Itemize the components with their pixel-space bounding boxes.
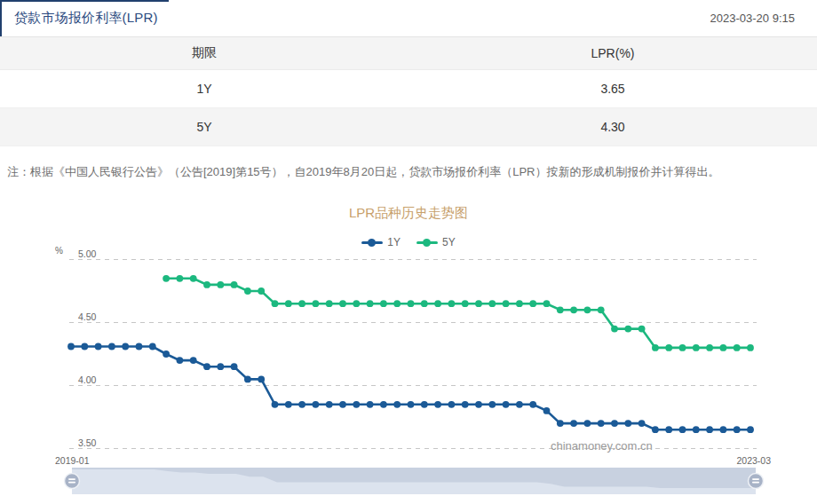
data-point[interactable] — [475, 300, 482, 307]
data-point[interactable] — [706, 426, 713, 433]
data-point[interactable] — [298, 300, 305, 307]
data-point[interactable] — [516, 401, 523, 408]
data-point[interactable] — [488, 300, 496, 307]
data-point[interactable] — [516, 300, 523, 307]
data-point[interactable] — [679, 426, 686, 433]
data-point[interactable] — [665, 426, 672, 433]
data-point[interactable] — [380, 401, 387, 408]
data-point[interactable] — [190, 275, 197, 282]
data-point[interactable] — [611, 326, 618, 333]
data-point[interactable] — [734, 426, 741, 433]
data-point[interactable] — [652, 426, 659, 433]
data-point[interactable] — [598, 420, 605, 427]
data-point[interactable] — [462, 300, 469, 307]
data-point[interactable] — [734, 344, 741, 351]
data-point[interactable] — [570, 306, 577, 313]
data-point[interactable] — [339, 300, 346, 307]
data-point[interactable] — [503, 401, 510, 408]
data-point[interactable] — [584, 306, 591, 313]
data-point[interactable] — [693, 426, 700, 433]
data-point[interactable] — [475, 401, 482, 408]
data-point[interactable] — [557, 420, 564, 427]
data-point[interactable] — [393, 300, 401, 307]
data-point[interactable] — [720, 344, 727, 351]
data-point[interactable] — [136, 343, 143, 350]
data-point[interactable] — [488, 401, 496, 408]
data-point[interactable] — [122, 343, 129, 350]
data-point[interactable] — [177, 357, 184, 364]
data-point[interactable] — [326, 300, 333, 307]
svg-text:2023-03: 2023-03 — [736, 455, 771, 466]
data-point[interactable] — [190, 357, 197, 364]
data-point[interactable] — [421, 300, 428, 307]
data-point[interactable] — [408, 300, 415, 307]
data-point[interactable] — [231, 363, 238, 370]
data-point[interactable] — [652, 344, 659, 351]
data-point[interactable] — [624, 420, 631, 427]
handle-grip-icon[interactable] — [749, 474, 764, 489]
data-point[interactable] — [272, 401, 279, 408]
data-point[interactable] — [203, 281, 210, 288]
data-point[interactable] — [393, 401, 401, 408]
data-point[interactable] — [639, 326, 646, 333]
data-point[interactable] — [272, 300, 279, 307]
data-point[interactable] — [747, 426, 754, 433]
data-point[interactable] — [570, 420, 577, 427]
data-point[interactable] — [353, 401, 360, 408]
data-point[interactable] — [285, 401, 292, 408]
data-point[interactable] — [339, 401, 346, 408]
data-point[interactable] — [434, 300, 441, 307]
data-point[interactable] — [81, 343, 88, 350]
data-point[interactable] — [448, 401, 456, 408]
data-point[interactable] — [421, 401, 428, 408]
data-point[interactable] — [462, 401, 469, 408]
data-point[interactable] — [380, 300, 387, 307]
data-point[interactable] — [217, 281, 224, 288]
data-point[interactable] — [244, 287, 251, 295]
data-point[interactable] — [285, 300, 292, 307]
data-point[interactable] — [706, 344, 713, 351]
data-point[interactable] — [611, 420, 618, 427]
data-point[interactable] — [408, 401, 415, 408]
data-point[interactable] — [584, 420, 591, 427]
data-point[interactable] — [298, 401, 305, 408]
data-point[interactable] — [244, 376, 251, 383]
data-point[interactable] — [720, 426, 727, 433]
data-point[interactable] — [434, 401, 441, 408]
data-point[interactable] — [598, 306, 605, 313]
data-point[interactable] — [679, 344, 686, 351]
data-point[interactable] — [367, 300, 374, 307]
data-point[interactable] — [448, 300, 456, 307]
data-point[interactable] — [95, 343, 102, 350]
data-point[interactable] — [108, 343, 115, 350]
data-point[interactable] — [313, 300, 320, 307]
data-point[interactable] — [326, 401, 333, 408]
data-point[interactable] — [367, 401, 374, 408]
data-point[interactable] — [313, 401, 320, 408]
datazoom-right-handle[interactable] — [749, 474, 764, 489]
data-point[interactable] — [203, 363, 210, 370]
data-point[interactable] — [529, 401, 536, 408]
data-point[interactable] — [639, 420, 646, 427]
data-point[interactable] — [693, 344, 700, 351]
data-point[interactable] — [163, 350, 170, 358]
data-point[interactable] — [163, 275, 170, 282]
data-point[interactable] — [543, 300, 551, 307]
data-point[interactable] — [177, 275, 184, 282]
data-point[interactable] — [665, 344, 672, 351]
data-point[interactable] — [747, 344, 754, 351]
datazoom-left-handle[interactable] — [65, 474, 80, 489]
data-point[interactable] — [67, 343, 75, 350]
data-point[interactable] — [557, 306, 564, 313]
handle-grip-icon[interactable] — [65, 474, 80, 489]
data-point[interactable] — [543, 407, 551, 414]
data-point[interactable] — [529, 300, 536, 307]
data-point[interactable] — [258, 287, 265, 295]
data-point[interactable] — [353, 300, 360, 307]
data-point[interactable] — [624, 326, 631, 333]
data-point[interactable] — [258, 376, 265, 383]
data-point[interactable] — [503, 300, 510, 307]
data-point[interactable] — [217, 363, 224, 370]
data-point[interactable] — [231, 281, 238, 288]
data-point[interactable] — [149, 343, 156, 350]
